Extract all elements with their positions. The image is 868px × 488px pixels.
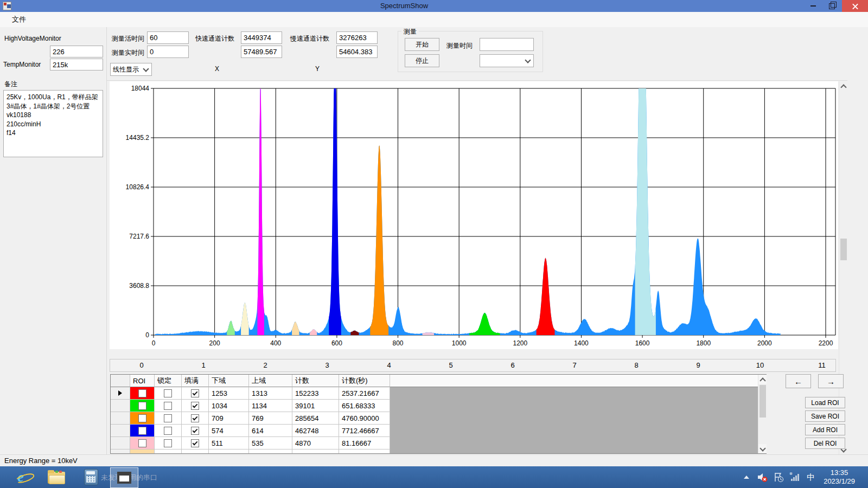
filled-checkbox[interactable] — [191, 427, 199, 435]
fast-rate-field[interactable]: 57489.567 — [241, 46, 282, 58]
del-roi-button[interactable]: Del ROI — [805, 438, 845, 449]
count-cell[interactable]: 4870 — [292, 437, 339, 450]
load-roi-button[interactable]: Load ROI — [805, 397, 845, 408]
spectrum-plot-area[interactable]: 0200400600800100012001400160018002000220… — [110, 81, 838, 349]
start-button[interactable]: 开始 — [405, 38, 439, 51]
table-row[interactable]: 125313131522332537.21667 — [111, 387, 758, 400]
roi-color-cell[interactable] — [130, 412, 155, 425]
lower-bound-cell[interactable]: 1034 — [209, 400, 249, 412]
locked-checkbox[interactable] — [164, 402, 172, 410]
scroll-up-icon[interactable] — [839, 81, 847, 91]
locked-checkbox[interactable] — [164, 427, 172, 435]
count-cell[interactable]: 39101 — [292, 400, 339, 412]
filled-checkbox[interactable] — [191, 389, 199, 397]
notes-textarea[interactable]: 25Kv，1000Ua，R1，带样品架 3#晶体，1#晶体架，2号位置 vk10… — [3, 90, 103, 157]
temp-monitor-field[interactable]: 215k — [50, 59, 103, 70]
display-mode-combo[interactable]: 线性显示 — [110, 63, 152, 76]
scroll-down-icon[interactable] — [758, 444, 767, 453]
table-row[interactable]: 511535487081.16667 — [111, 437, 758, 450]
roi-color-checkbox[interactable] — [138, 402, 146, 410]
roi-color-cell[interactable] — [130, 450, 155, 454]
locked-checkbox[interactable] — [164, 389, 172, 397]
row-header[interactable] — [111, 412, 130, 425]
row-header[interactable] — [111, 450, 130, 454]
lower-bound-cell[interactable]: 574 — [209, 425, 249, 437]
scroll-right-button[interactable]: → — [818, 374, 844, 388]
table-row[interactable]: 5746144627487712.46667 — [111, 425, 758, 437]
upper-bound-cell[interactable]: 614 — [249, 425, 292, 437]
filled-checkbox[interactable] — [191, 439, 199, 447]
lower-bound-cell[interactable]: 511 — [209, 437, 249, 450]
column-header[interactable]: 锁定 — [155, 375, 182, 387]
minimize-button[interactable] — [805, 0, 821, 12]
row-header[interactable] — [111, 400, 130, 412]
roi-color-checkbox[interactable] — [138, 427, 146, 435]
roi-color-cell[interactable] — [130, 387, 155, 400]
count-cell[interactable]: 462748 — [292, 425, 339, 437]
add-roi-button[interactable]: Add ROI — [805, 424, 845, 435]
roi-color-checkbox[interactable] — [138, 414, 146, 422]
locked-cell[interactable] — [155, 412, 182, 425]
active-app-taskbar-button[interactable] — [110, 467, 138, 488]
column-header[interactable]: 下域 — [209, 375, 249, 387]
upper-bound-cell[interactable]: 1313 — [249, 387, 292, 400]
column-header[interactable]: 计数 — [292, 375, 339, 387]
ie-icon[interactable]: e — [10, 468, 31, 486]
table-row[interactable] — [111, 450, 758, 454]
live-time-field[interactable]: 60 — [147, 31, 189, 44]
count-cell[interactable]: 285654 — [292, 412, 339, 425]
close-button[interactable] — [842, 0, 868, 12]
calculator-icon[interactable] — [80, 468, 102, 486]
roi-color-cell[interactable] — [130, 400, 155, 412]
volume-muted-icon[interactable] — [757, 472, 768, 483]
row-header[interactable] — [111, 437, 130, 450]
table-row[interactable]: ROI锁定填满下域上域计数计数(秒) — [111, 375, 758, 387]
locked-cell[interactable] — [155, 400, 182, 412]
filled-cell[interactable] — [182, 425, 209, 437]
file-explorer-icon[interactable] — [46, 468, 67, 486]
count-per-sec-cell[interactable]: 81.16667 — [339, 437, 390, 450]
save-roi-button[interactable]: Save ROI — [805, 410, 845, 422]
count-per-sec-cell[interactable]: 2537.21667 — [339, 387, 390, 400]
column-header[interactable]: 上域 — [249, 375, 292, 387]
roi-color-cell[interactable] — [130, 437, 155, 450]
locked-cell[interactable] — [155, 437, 182, 450]
filled-cell[interactable] — [182, 412, 209, 425]
spectrum-chart[interactable]: 0200400600800100012001400160018002000220… — [110, 81, 838, 349]
count-cell[interactable]: 152233 — [292, 387, 339, 400]
table-row[interactable]: 7097692856544760.90000 — [111, 412, 758, 425]
row-header[interactable] — [111, 387, 130, 400]
count-per-sec-cell[interactable]: 4760.90000 — [339, 412, 390, 425]
count-per-sec-cell[interactable]: 651.68333 — [339, 400, 390, 412]
scroll-up-icon[interactable] — [758, 375, 767, 384]
table-row[interactable]: 1034113439101651.68333 — [111, 400, 758, 412]
action-center-flag-icon[interactable] — [773, 472, 784, 483]
fast-count-field[interactable]: 3449374 — [241, 31, 282, 44]
column-header[interactable]: ROI — [130, 375, 155, 387]
locked-cell[interactable] — [155, 387, 182, 400]
menu-file[interactable]: 文件 — [8, 12, 30, 27]
column-header[interactable]: 填满 — [182, 375, 209, 387]
roi-table[interactable]: ROI锁定填满下域上域计数计数(秒)125313131522332537.216… — [110, 374, 767, 454]
filled-cell[interactable] — [182, 437, 209, 450]
column-header[interactable]: 计数(秒) — [339, 375, 390, 387]
roi-color-checkbox[interactable] — [138, 389, 146, 397]
locked-checkbox[interactable] — [164, 439, 172, 447]
upper-bound-cell[interactable]: 535 — [249, 437, 292, 450]
ime-indicator[interactable]: 中 — [807, 472, 815, 483]
slow-rate-field[interactable]: 54604.383 — [336, 46, 378, 58]
measure-time-field[interactable] — [480, 38, 534, 51]
high-voltage-field[interactable]: 226 — [50, 46, 103, 57]
locked-cell[interactable] — [155, 425, 182, 437]
lower-bound-cell[interactable]: 1253 — [209, 387, 249, 400]
scroll-left-button[interactable]: ← — [786, 374, 811, 388]
slow-count-field[interactable]: 3276263 — [336, 31, 378, 44]
panel-scrollbar-thumb[interactable] — [840, 239, 847, 260]
table-scrollbar-thumb[interactable] — [760, 385, 766, 418]
filled-checkbox[interactable] — [191, 402, 199, 410]
restore-button[interactable] — [824, 0, 840, 12]
network-signal-icon[interactable]: ✲ — [789, 472, 801, 483]
table-scrollbar[interactable] — [758, 375, 767, 453]
locked-checkbox[interactable] — [164, 414, 172, 422]
filled-cell[interactable] — [182, 400, 209, 412]
